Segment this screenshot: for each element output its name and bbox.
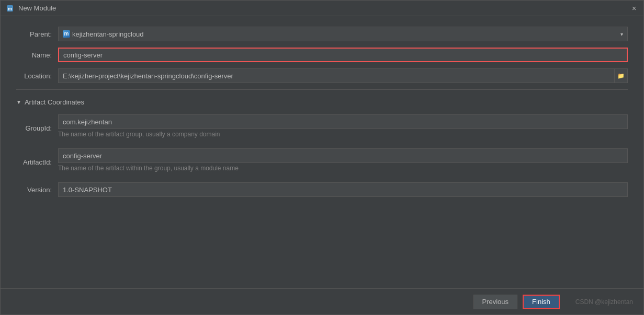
parent-row: Parent: m kejizhentan-springcloud ▾: [16, 27, 628, 41]
dialog-title: New Module: [18, 4, 626, 12]
folder-icon: 📁: [617, 73, 625, 79]
watermark-text: CSDN @kejizhentan: [575, 298, 633, 306]
artifact-section-header[interactable]: ▼ Artifact Coordinates: [16, 98, 628, 106]
dialog-content: Parent: m kejizhentan-springcloud ▾ Name…: [1, 16, 643, 288]
groupid-field: The name of the artifact group, usually …: [58, 114, 628, 142]
artifactid-input[interactable]: [58, 148, 628, 163]
groupid-label: GroupId:: [16, 124, 58, 132]
name-row: Name:: [16, 48, 628, 62]
location-input[interactable]: [58, 68, 614, 83]
groupid-hint: The name of the artifact group, usually …: [58, 129, 628, 142]
version-row: Version:: [16, 182, 628, 197]
groupid-input[interactable]: [58, 114, 628, 129]
parent-select-wrapper[interactable]: m kejizhentan-springcloud ▾: [58, 27, 628, 41]
name-label: Name:: [16, 51, 58, 59]
location-label: Location:: [16, 72, 58, 80]
location-browse-button[interactable]: 📁: [614, 68, 628, 83]
artifactid-row: ArtifactId: The name of the artifact wit…: [16, 148, 628, 176]
module-icon: m: [63, 30, 70, 38]
name-input[interactable]: [58, 48, 628, 62]
new-module-dialog: m New Module × Parent: m kejizhentan-spr…: [0, 0, 644, 315]
dialog-footer: Previous Finish CSDN @kejizhentan: [1, 288, 643, 314]
svg-text:m: m: [8, 6, 12, 11]
finish-button[interactable]: Finish: [523, 295, 560, 309]
groupid-row: GroupId: The name of the artifact group,…: [16, 114, 628, 142]
title-bar: m New Module ×: [1, 1, 643, 16]
parent-field: m kejizhentan-springcloud ▾: [58, 27, 628, 41]
artifact-section: ▼ Artifact Coordinates GroupId: The name…: [16, 89, 628, 197]
version-label: Version:: [16, 186, 58, 194]
previous-button[interactable]: Previous: [473, 295, 518, 309]
chevron-down-icon: ▾: [620, 31, 623, 37]
section-collapse-icon: ▼: [16, 99, 21, 105]
artifactid-field: The name of the artifact within the grou…: [58, 148, 628, 176]
location-field: 📁: [58, 68, 628, 83]
dialog-icon: m: [6, 4, 14, 13]
location-row: Location: 📁: [16, 68, 628, 83]
close-button[interactable]: ×: [630, 4, 638, 13]
version-field: [58, 182, 628, 197]
parent-select[interactable]: kejizhentan-springcloud: [72, 27, 620, 41]
section-label: Artifact Coordinates: [25, 98, 84, 106]
version-input[interactable]: [58, 182, 628, 197]
name-field: [58, 48, 628, 62]
location-wrapper: 📁: [58, 68, 628, 83]
parent-label: Parent:: [16, 30, 58, 38]
artifactid-label: ArtifactId:: [16, 158, 58, 166]
artifactid-hint: The name of the artifact within the grou…: [58, 163, 628, 176]
